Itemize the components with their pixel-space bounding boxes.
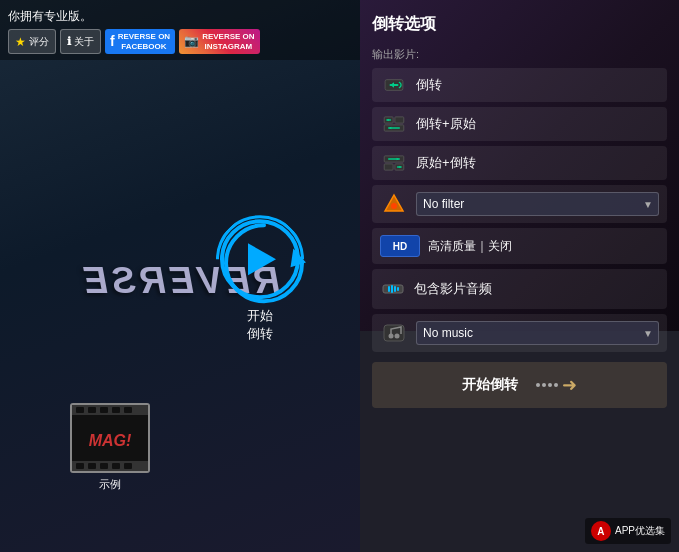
audio-row[interactable]: 包含影片音频 — [372, 269, 667, 309]
left-panel: 你拥有专业版。 ★ 评分 ℹ 关于 f REVERSE ONFACEBOOK 📷… — [0, 0, 360, 552]
sample-thumbnail[interactable]: MAG! — [70, 403, 150, 473]
hd-row[interactable]: HD 高清质量｜关闭 — [372, 228, 667, 264]
svg-rect-6 — [384, 164, 393, 170]
film-strip-bottom — [72, 461, 148, 471]
arrow-right-icon: ➜ — [562, 374, 577, 396]
film-hole — [88, 463, 96, 469]
dot-2 — [542, 383, 546, 387]
svg-point-13 — [395, 334, 400, 339]
speaker-icon — [380, 276, 406, 302]
circular-arrow-icon — [218, 217, 310, 309]
rate-label: 评分 — [29, 35, 49, 49]
start-reverse-label: 开始倒转 — [462, 376, 518, 394]
main-content: REVERSE 开始 倒转 — [0, 60, 360, 552]
instagram-button[interactable]: 📷 REVERSE ONINSTAGRAM — [179, 29, 259, 54]
hd-badge-text: HD — [393, 241, 407, 252]
sample-image-text: MAG! — [89, 432, 132, 450]
option-original-plus-reverse[interactable]: 原始+倒转 — [372, 146, 667, 180]
pro-label: 你拥有专业版。 — [8, 6, 352, 27]
rate-button[interactable]: ★ 评分 — [8, 29, 56, 54]
circle-play-button[interactable] — [220, 219, 300, 299]
svg-rect-3 — [395, 117, 404, 123]
sample-label: 示例 — [99, 477, 121, 492]
film-hole — [124, 463, 132, 469]
film-hole — [76, 407, 84, 413]
filter-icon — [380, 190, 408, 218]
start-button[interactable]: 开始 倒转 — [220, 219, 300, 343]
facebook-icon: f — [110, 33, 115, 50]
start-reverse-button[interactable]: 开始倒转 ➜ — [372, 362, 667, 408]
film-hole — [100, 463, 108, 469]
music-select-wrapper[interactable]: No music Track 1 Track 2 ▼ — [416, 321, 659, 345]
instagram-icon: 📷 — [184, 34, 199, 48]
film-hole — [124, 407, 132, 413]
hd-badge: HD — [380, 235, 420, 257]
panel-title: 倒转选项 — [372, 10, 667, 39]
star-icon: ★ — [15, 35, 26, 49]
info-icon: ℹ — [67, 35, 71, 48]
panel-content: 倒转选项 输出影片: 倒转 — [360, 0, 679, 418]
film-hole — [100, 407, 108, 413]
about-label: 关于 — [74, 35, 94, 49]
original-plus-reverse-icon — [380, 153, 408, 173]
music-icon — [380, 319, 408, 347]
sample-container[interactable]: MAG! 示例 — [70, 403, 150, 492]
dot-3 — [548, 383, 552, 387]
start-label-line2: 倒转 — [247, 325, 273, 343]
instagram-label: REVERSE ONINSTAGRAM — [202, 32, 254, 51]
music-row: No music Track 1 Track 2 ▼ — [372, 314, 667, 352]
start-label-line1: 开始 — [247, 307, 273, 325]
dot-4 — [554, 383, 558, 387]
film-hole — [88, 407, 96, 413]
dots-arrow: ➜ — [536, 374, 577, 396]
watermark-icon: A — [591, 521, 611, 541]
filter-row: No filter Sepia Black & White Vintage ▼ — [372, 185, 667, 223]
filter-select[interactable]: No filter Sepia Black & White Vintage — [416, 192, 659, 216]
right-panel: 倒转选项 输出影片: 倒转 — [360, 0, 679, 552]
svg-point-9 — [391, 203, 397, 209]
film-hole — [112, 463, 120, 469]
watermark-text: APP优选集 — [615, 524, 665, 538]
option-reverse-plus-label: 倒转+原始 — [416, 115, 476, 133]
reverse-icon — [380, 75, 408, 95]
option-reverse-label: 倒转 — [416, 76, 442, 94]
watermark: A APP优选集 — [585, 518, 671, 544]
filter-select-wrapper[interactable]: No filter Sepia Black & White Vintage ▼ — [416, 192, 659, 216]
output-label: 输出影片: — [372, 47, 667, 62]
dot-1 — [536, 383, 540, 387]
facebook-button[interactable]: f REVERSE ONFACEBOOK — [105, 29, 175, 54]
reverse-plus-icon — [380, 114, 408, 134]
film-strip-top — [72, 405, 148, 415]
option-reverse-plus-original[interactable]: 倒转+原始 — [372, 107, 667, 141]
hd-label: 高清质量｜关闭 — [428, 238, 512, 255]
music-select[interactable]: No music Track 1 Track 2 — [416, 321, 659, 345]
film-hole — [76, 463, 84, 469]
facebook-label: REVERSE ONFACEBOOK — [118, 32, 170, 51]
option-original-plus-label: 原始+倒转 — [416, 154, 476, 172]
film-hole — [112, 407, 120, 413]
option-reverse[interactable]: 倒转 — [372, 68, 667, 102]
audio-label: 包含影片音频 — [414, 280, 492, 298]
about-button[interactable]: ℹ 关于 — [60, 29, 101, 54]
